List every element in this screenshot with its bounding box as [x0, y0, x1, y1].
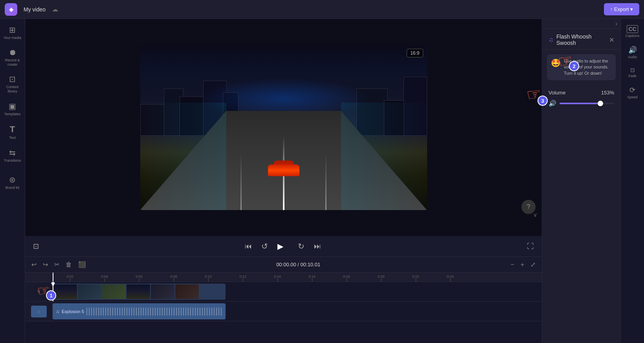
cut-button[interactable]: ✂ [53, 259, 61, 270]
controls-left: ⊡ [31, 240, 40, 252]
sidebar-item-templates[interactable]: ▣ Templates [2, 98, 24, 120]
panel-content: › ♫ Flash Whoosh Swoosh ✕ 🤩 Use audio to… [542, 19, 620, 343]
audio-track-icon: ♫ [31, 306, 47, 317]
text-icon: T [10, 124, 15, 135]
sidebar-item-transitions[interactable]: ⇆ Transitions [2, 145, 24, 166]
ruler-mark-016: 0:16 [295, 275, 329, 282]
collapse-button[interactable]: ∨ [533, 212, 537, 218]
fit-timeline-button[interactable]: ⤢ [529, 259, 537, 270]
barriers-right [341, 103, 427, 210]
captions-icon: CC [627, 25, 638, 33]
timeline-zoom: − + ⤢ [509, 259, 537, 270]
timeline-tracks: V [25, 282, 542, 343]
ruler-mark-024: 0:24 [433, 275, 468, 282]
video-track-content [53, 282, 542, 301]
timeline-area: ↩ ↪ ✂ 🗑 ⬛ 00:00.00 / 00:10.01 − + ⤢ 0:02 [25, 256, 542, 343]
play-button[interactable]: ▶ [276, 239, 290, 253]
timeline-time-display: 00:00.00 / 00:10.01 [91, 262, 506, 267]
volume-section: Volume 153% 🔊 [542, 85, 620, 112]
volume-slider[interactable] [560, 103, 614, 104]
timeline-toolbar: ↩ ↪ ✂ 🗑 ⬛ 00:00.00 / 00:10.01 − + ⤢ [25, 257, 542, 273]
road-left-line [240, 152, 242, 210]
fullscreen-button[interactable]: ⛶ [525, 241, 536, 252]
clip-thumb-3 [102, 284, 126, 299]
subtitle-toggle-button[interactable]: ⊡ [31, 240, 40, 252]
audio-clip[interactable]: ♫ Explosion 5 [53, 303, 226, 319]
ruler-mark-004: 0:04 [87, 275, 122, 282]
volume-slider-thumb[interactable] [598, 101, 603, 106]
panel-collapse-bar: › [542, 19, 620, 29]
sidebar-label-templates: Templates [4, 112, 20, 116]
video-clip[interactable] [53, 284, 226, 300]
volume-icon: 🔊 [549, 100, 556, 107]
aspect-ratio-badge: 16:9 [407, 49, 423, 57]
app-logo: ◈ [5, 3, 17, 16]
audio-icon: 🔊 [628, 46, 637, 54]
audio-clip-name: Explosion 5 [62, 309, 84, 314]
video-track-label: V [25, 282, 53, 301]
tab-speed[interactable]: ⟳ Speed [622, 83, 643, 102]
tab-audio-label: Audio [628, 55, 637, 59]
delete-button[interactable]: 🗑 [64, 260, 73, 270]
clip-thumb-5 [151, 284, 174, 299]
export-button[interactable]: ↑ Export ▾ [604, 3, 639, 15]
audio-track-content: ♫ Explosion 5 [53, 302, 542, 321]
record-icon: ⏺ [9, 48, 17, 57]
audio-waveform [86, 308, 222, 315]
sidebar-label-content-library: Content library [3, 85, 22, 94]
brand-kit-icon: ⊛ [9, 175, 16, 184]
tooltip-text: Use audio to adjust the volume of your s… [564, 58, 612, 76]
controls-center: ⏮ ↺ ▶ ↻ ⏭ [243, 239, 323, 253]
panel-music-icon: ♫ [549, 36, 553, 43]
tab-fade[interactable]: ⊡ Fade [622, 64, 643, 81]
undo-button[interactable]: ↩ [30, 259, 38, 270]
ruler-mark-008: 0:08 [156, 275, 191, 282]
zoom-in-button[interactable]: + [519, 260, 526, 270]
cloud-icon: ☁ [52, 6, 58, 13]
barriers-left [140, 103, 226, 210]
tab-audio[interactable]: 🔊 Audio [622, 42, 643, 62]
topbar: ◈ My video ☁ ↑ Export ▾ [0, 0, 644, 19]
video-track-playhead [53, 282, 53, 301]
right-side: › ♫ Flash Whoosh Swoosh ✕ 🤩 Use audio to… [542, 19, 644, 343]
ruler-mark-010: 0:10 [191, 275, 226, 282]
templates-icon: ▣ [9, 101, 16, 111]
ruler-mark-006: 0:06 [122, 275, 156, 282]
sidebar-item-record-create[interactable]: ⏺ Record & create [2, 45, 24, 70]
sidebar-label-brand-kit: Brand kit [6, 186, 20, 190]
skip-back-button[interactable]: ⏮ [243, 241, 253, 252]
tab-captions-label: Captions [626, 34, 640, 38]
topbar-right: ↑ Export ▾ [604, 3, 639, 15]
panel-close-button[interactable]: ✕ [609, 36, 614, 44]
skip-forward-button[interactable]: ⏭ [312, 241, 323, 252]
save-frame-button[interactable]: ⬛ [77, 259, 88, 270]
video-track-row: V [25, 282, 542, 302]
video-canvas: 16:9 [140, 45, 427, 210]
panel-collapse-button[interactable]: › [615, 20, 617, 27]
redo-button[interactable]: ↪ [41, 259, 50, 270]
ruler-mark-002: 0:02 [53, 275, 87, 282]
tab-speed-label: Speed [627, 95, 637, 99]
transitions-icon: ⇆ [9, 148, 16, 157]
audio-track-row: ♫ ♫ Explosion 5 [25, 302, 542, 321]
fade-icon: ⊡ [630, 67, 635, 73]
video-controls: ⊡ ⏮ ↺ ▶ ↻ ⏭ ⛶ [25, 236, 542, 256]
audio-track-label: ♫ [25, 302, 53, 321]
content-library-icon: ⊡ [9, 74, 16, 84]
panel-header: ♫ Flash Whoosh Swoosh ✕ [542, 29, 620, 50]
project-title[interactable]: My video [24, 6, 46, 13]
ruler-mark-022: 0:22 [398, 275, 433, 282]
forward-button[interactable]: ↻ [296, 240, 306, 253]
tab-captions[interactable]: CC Captions [622, 22, 643, 41]
zoom-out-button[interactable]: − [509, 260, 516, 270]
volume-slider-fill [560, 103, 600, 104]
sidebar-item-content-library[interactable]: ⊡ Content library [2, 71, 24, 97]
controls-right: ⛶ [525, 241, 536, 252]
clip-thumb-6 [175, 284, 199, 299]
sidebar-item-text[interactable]: T Text [2, 121, 24, 143]
ruler-mark-018: 0:18 [329, 275, 364, 282]
sidebar-item-brand-kit[interactable]: ⊛ Brand kit [2, 172, 24, 193]
clip-thumb-1 [53, 284, 77, 299]
rewind-button[interactable]: ↺ [260, 240, 270, 253]
sidebar-item-your-media[interactable]: ⊞ Your media [2, 22, 24, 43]
